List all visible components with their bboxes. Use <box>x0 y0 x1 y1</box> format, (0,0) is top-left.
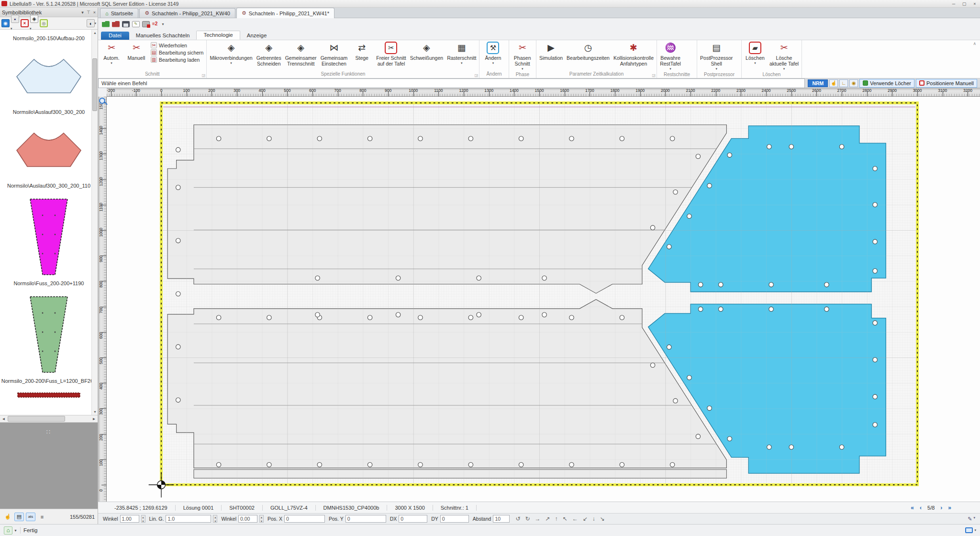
edit-tool-icon[interactable]: ✎▾ <box>968 516 975 522</box>
pipe-mode-icon[interactable]: ∟ <box>839 79 848 87</box>
library-vertical-scrollbar[interactable]: ▲ ▼ <box>91 30 98 415</box>
touch-mode-icon[interactable]: ☝ <box>829 79 838 87</box>
rasterschnitt-button[interactable]: ▦Rasterschnitt▾ <box>445 41 478 66</box>
open-folder-icon[interactable] <box>102 21 110 27</box>
aendern-button[interactable]: ⚒Ändern▾ <box>480 41 505 66</box>
quick-access-more-icon[interactable]: ▾ <box>162 22 164 26</box>
spinner-icon[interactable]: ▲▼ <box>141 515 145 523</box>
edit-field-lin-g--input[interactable]: 1.0 <box>166 515 211 523</box>
scrollbar-thumb[interactable] <box>92 58 97 111</box>
position-manual-toggle[interactable]: Positioniere Manuell <box>916 79 977 88</box>
mz2-icon[interactable]: ≡2 <box>152 21 157 27</box>
gray-strip-bottom[interactable] <box>194 469 726 478</box>
library-folder-icon[interactable]: ▤ <box>14 513 24 521</box>
edit-field-winkel-input[interactable]: 1.00 <box>120 515 139 523</box>
nesting-canvas[interactable]: 1500140013001200110010009008007006005004… <box>98 97 980 502</box>
bearbeitung-sichern-button[interactable]: ▤Bearbeitung sichern <box>151 49 203 56</box>
panel-pin-icon[interactable]: ⊤ <box>87 10 90 15</box>
transform-arrow-3[interactable]: ↗ <box>546 515 550 522</box>
bearbeitung-laden-button[interactable]: ▥Bearbeitung laden <box>151 56 203 63</box>
monitor-icon[interactable] <box>965 527 973 533</box>
mikroverbindungen-button[interactable]: ◈Mikroverbindungen▾ <box>208 41 254 66</box>
close-button[interactable]: × <box>969 1 980 6</box>
library-part-thumbnail[interactable] <box>0 191 98 279</box>
gemeinsam-einstechen-button[interactable]: ⋈Gemeinsam Einstechen <box>319 41 350 67</box>
next-page-button[interactable]: › <box>940 504 942 511</box>
loesche-aktuelle-tafel-button[interactable]: ✂Lösche aktuelle Tafel▾ <box>768 41 801 72</box>
list-icon[interactable]: ≡ <box>37 513 47 521</box>
phasen-schnitt-button[interactable]: ✂Phasen Schnitt▾ <box>510 41 535 72</box>
ribbon-tab-technologie[interactable]: Technologie <box>196 31 240 40</box>
spinner-icon[interactable]: ▲▼ <box>259 515 264 523</box>
ribbon-tab-datei[interactable]: Datei <box>101 32 129 40</box>
parts-text-icon[interactable]: ats <box>26 513 35 521</box>
mode-badge[interactable]: NRM <box>808 79 828 87</box>
ribbon-collapse-icon[interactable]: ∧ <box>973 41 976 46</box>
transform-arrow-1[interactable]: ↻ <box>525 515 530 522</box>
library-part-thumbnail[interactable] <box>0 387 98 400</box>
getrenntes-schneiden-button[interactable]: ◈Getrenntes Schneiden <box>255 41 283 67</box>
schweissungen-button[interactable]: ◈Schweißungen <box>408 41 445 62</box>
use-holes-toggle[interactable]: Verwende Löcher <box>859 79 914 88</box>
dialog-launcher-icon[interactable]: ◲ <box>475 73 479 78</box>
library-part-thumbnail[interactable] <box>0 44 98 107</box>
bearbeitungszeiten-button[interactable]: ◷Bearbeitungszeiten <box>565 41 612 62</box>
ribbon-tab-manuelles-schachteln[interactable]: Manuelles Schachteln <box>129 32 197 40</box>
box-icon[interactable]: ◈ <box>30 15 38 23</box>
scroll-right-icon[interactable]: ► <box>90 415 98 423</box>
last-page-button[interactable]: » <box>948 504 951 511</box>
transform-arrow-7[interactable]: ↙ <box>583 515 588 522</box>
panel-resize-area[interactable]: ∷ <box>0 423 98 509</box>
hand-icon[interactable]: ☝ <box>3 513 12 521</box>
library-part-thumbnail[interactable] <box>0 118 98 181</box>
edit-field-dx-input[interactable]: 0 <box>399 515 427 523</box>
autom-button[interactable]: ✂Autom.▾ <box>99 41 124 66</box>
prev-page-button[interactable]: ‹ <box>920 504 922 511</box>
panel-dropdown-icon[interactable]: ▾ <box>81 10 84 15</box>
postprozessor-shell-button[interactable]: ▤PostProzessor Shell▾ <box>698 41 735 72</box>
transform-arrow-0[interactable]: ↺ <box>515 515 520 522</box>
save-icon[interactable] <box>122 21 130 27</box>
status-dropdown-icon[interactable]: ▼ <box>14 529 17 532</box>
freier-schnitt-button[interactable]: ✂Freier Schnitt auf der Tafel <box>374 41 408 67</box>
camera-icon[interactable]: ◎ <box>40 19 48 27</box>
stege-button[interactable]: ⇄Stege <box>349 41 374 62</box>
spinner-icon[interactable]: ▲▼ <box>213 515 217 523</box>
transform-arrow-4[interactable]: ↑ <box>555 515 558 522</box>
nesting-drawing[interactable] <box>107 97 980 502</box>
library-horizontal-scrollbar[interactable]: ◄ ► <box>0 415 98 423</box>
stats-icon[interactable]: ▪ <box>11 15 19 23</box>
maximize-button[interactable]: ▢ <box>959 1 969 6</box>
zoom-tool-icon[interactable] <box>99 98 105 104</box>
edit-field-dy-input[interactable]: 0 <box>440 515 469 523</box>
monitor-dropdown-icon[interactable]: ▾ <box>974 528 976 532</box>
kollisionskontrolle-button[interactable]: ✱Kollisionskontrolle Anfahrtypen <box>612 41 656 67</box>
dialog-launcher-icon[interactable]: ◲ <box>202 73 206 78</box>
loeschen-button[interactable]: ▰Löschen▾ <box>743 41 768 66</box>
dialog-launcher-icon[interactable]: ◲ <box>652 73 656 78</box>
minimize-button[interactable]: ─ <box>948 1 959 6</box>
panel-close-icon[interactable]: × <box>93 10 96 15</box>
edit-field-pos-y-input[interactable]: 0 <box>345 515 386 523</box>
sync-icon[interactable]: ◉ <box>1 19 10 27</box>
transform-arrow-2[interactable]: → <box>535 515 541 522</box>
manuell-button[interactable]: ✂Manuell <box>124 41 149 62</box>
transform-arrow-8[interactable]: ↓ <box>592 515 595 522</box>
ribbon-tab-anzeige[interactable]: Anzeige <box>240 32 274 40</box>
scroll-down-icon[interactable]: ▼ <box>92 409 98 415</box>
delete-part-icon[interactable]: × <box>21 19 29 27</box>
scrollbar-thumb[interactable] <box>8 416 65 422</box>
edit-document-icon[interactable] <box>132 21 140 27</box>
edit-field-abstand-input[interactable]: 10 <box>493 515 510 523</box>
gemeinsamer-trennschnitt-button[interactable]: ◈Gemeinsamer Trennschnitt <box>283 41 319 67</box>
doc-tab-0[interactable]: ⌂Startseite <box>100 8 138 18</box>
transform-arrow-6[interactable]: ← <box>572 515 578 522</box>
command-input[interactable]: Wähle einen Befehl <box>98 78 805 88</box>
import-folder-icon[interactable] <box>112 21 120 27</box>
scroll-up-icon[interactable]: ▲ <box>92 30 98 36</box>
doc-tab-2[interactable]: ⚙Schachteln - Philipp_2021_KW41* <box>236 8 334 18</box>
display-icon[interactable]: ◐ <box>87 19 95 27</box>
library-part-thumbnail[interactable] <box>0 289 98 376</box>
transform-arrow-5[interactable]: ↖ <box>563 515 568 522</box>
edit-field-pos-x-input[interactable]: 0 <box>284 515 325 523</box>
